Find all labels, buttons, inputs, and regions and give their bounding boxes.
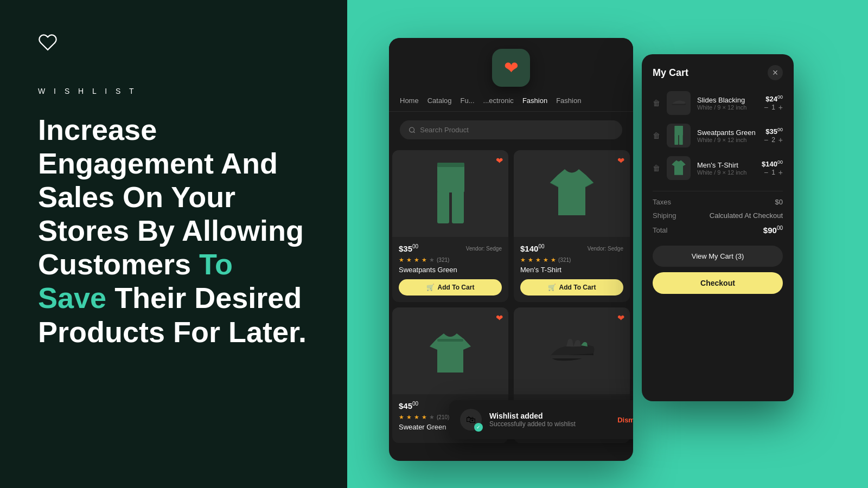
wishlist-heart-sneakers[interactable]: ❤ [617, 313, 624, 323]
cart-item-details-tshirt: Men's T-Shirt White / 9 × 12 inch [697, 161, 755, 176]
cart-close-button[interactable]: × [768, 65, 783, 80]
store-window: ❤ Home Catalog Fu... ...ectronic Fashion… [389, 38, 633, 461]
qty-minus-sweatpants[interactable]: − [764, 136, 768, 144]
wishlist-logo [38, 33, 309, 52]
cart-actions: View My Cart (3) Checkout [653, 246, 783, 294]
price-sweater: $4500 [399, 401, 418, 410]
tshirt-svg [547, 166, 596, 221]
right-panel: ❤ Home Catalog Fu... ...ectronic Fashion… [347, 0, 868, 488]
cart-item-variant-slides: White / 9 × 12 inch [697, 104, 757, 111]
hero-text: Increase Engagement And Sales On Your St… [38, 113, 309, 349]
nav-fu[interactable]: Fu... [461, 97, 475, 105]
svg-rect-1 [437, 163, 464, 192]
view-cart-button[interactable]: View My Cart (3) [653, 246, 783, 267]
total-value: $9000 [763, 225, 783, 235]
left-panel: W I S H L I S T Increase Engagement And … [0, 0, 347, 488]
stars-sweatpants: ★ ★ ★ ★ ★ (321) [399, 256, 502, 264]
nav-home[interactable]: Home [400, 97, 419, 105]
cart-item-variant-sweatpants: White / 9 × 12 inch [697, 137, 757, 143]
cart-item-name-sweatpants: Sweatpants Green [697, 129, 757, 137]
svg-rect-3 [452, 191, 464, 223]
cart-img-sweatpants [667, 124, 691, 147]
trash-tshirt[interactable]: 🗑 [653, 164, 660, 172]
cart-img-tshirt [667, 156, 691, 180]
cart-item-details-sweatpants: Sweatpants Green White / 9 × 12 inch [697, 129, 757, 143]
sneaker-svg [547, 335, 596, 367]
nav-catalog[interactable]: Catalog [427, 97, 452, 105]
search-icon [409, 126, 416, 134]
wishlist-heart-tshirt[interactable]: ❤ [617, 156, 624, 166]
qty-minus-slides[interactable]: − [764, 103, 768, 112]
wishlist-badge: ❤ [492, 49, 530, 87]
qty-plus-tshirt[interactable]: + [778, 168, 783, 177]
cart-item-sweatpants: 🗑 Sweatpants Green White / 9 × 12 inch $… [653, 124, 783, 147]
cart-item-pq-tshirt: $14000 − 1 + [762, 159, 783, 177]
name-tshirt: Men's T-Shirt [520, 266, 623, 274]
price-tshirt: $14000 [520, 243, 545, 253]
taxes-label: Taxes [653, 198, 671, 206]
svg-rect-5 [437, 339, 463, 342]
hero-text-1: Increase Engagement And Sales On Your St… [38, 113, 304, 280]
cart-header: My Cart × [653, 65, 783, 80]
cart-items: 🗑 Slides Blacking White / 9 × 12 inch $2… [653, 91, 783, 180]
cart-item-qty-sweatpants: − 2 + [764, 136, 783, 144]
shipping-label: Shiping [653, 211, 676, 220]
wishlist-heart-sweater[interactable]: ❤ [496, 313, 503, 323]
qty-plus-sweatpants[interactable]: + [778, 136, 783, 144]
svg-rect-6 [550, 355, 593, 358]
add-to-cart-sweatpants[interactable]: 🛒 Add To Cart [399, 279, 502, 296]
nav-electronic[interactable]: ...ectronic [483, 97, 514, 105]
cart-item-details-slides: Slides Blacking White / 9 × 12 inch [697, 96, 757, 111]
cart-item-variant-tshirt: White / 9 × 12 inch [697, 169, 755, 176]
heart-icon [38, 33, 58, 52]
cart-item-qty-slides: − 1 + [764, 103, 783, 112]
toast-dismiss-button[interactable]: Dismiss [617, 416, 633, 424]
wishlist-heart-sweatpants[interactable]: ❤ [496, 156, 503, 166]
add-to-cart-tshirt[interactable]: 🛒 Add To Cart [520, 279, 623, 296]
qty-plus-slides[interactable]: + [778, 103, 783, 112]
cart-title: My Cart [653, 67, 688, 79]
taxes-row: Taxes $0 [653, 198, 783, 206]
nav-fashion2[interactable]: Fashion [556, 97, 581, 105]
cart-item-tshirt: 🗑 Men's T-Shirt White / 9 × 12 inch $140… [653, 156, 783, 180]
svg-rect-2 [437, 191, 449, 223]
shipping-row: Shiping Calculated At Checkout [653, 211, 783, 220]
search-bar[interactable] [400, 120, 622, 139]
trash-sweatpants[interactable]: 🗑 [653, 131, 660, 140]
total-row: Total $9000 [653, 225, 783, 235]
pants-svg [433, 163, 468, 225]
cart-item-price-slides: $2400 [764, 94, 783, 103]
cart-item-pq-slides: $2400 − 1 + [764, 94, 783, 112]
product-img-sweater: ❤ [392, 307, 508, 394]
product-card-tshirt: ❤ $14000 Vendor: Sedge ★ ★ ★ [514, 150, 630, 302]
svg-rect-4 [437, 163, 464, 167]
cart-item-pq-sweatpants: $3500 − 2 + [764, 127, 783, 144]
shipping-value: Calculated At Checkout [710, 211, 783, 220]
trash-slides[interactable]: 🗑 [653, 99, 660, 107]
stars-tshirt: ★ ★ ★ ★ ★ (321) [520, 256, 623, 264]
checkout-button[interactable]: Checkout [653, 272, 783, 294]
svg-rect-8 [674, 126, 683, 135]
wishlist-label: W I S H L I S T [38, 87, 309, 95]
vendor-sweatpants: Vendor: Sedge [466, 246, 502, 252]
cart-panel: My Cart × 🗑 Slides Blacking White / 9 × … [642, 54, 794, 401]
svg-rect-7 [672, 104, 686, 105]
nav-fashion1[interactable]: Fashion [522, 97, 547, 105]
cart-item-name-tshirt: Men's T-Shirt [697, 161, 755, 169]
svg-point-0 [410, 127, 414, 132]
store-search [389, 112, 633, 148]
cart-item-price-tshirt: $14000 [762, 159, 783, 168]
check-badge: ✓ [474, 423, 483, 432]
sweater-svg [429, 328, 472, 374]
cart-totals: Taxes $0 Shiping Calculated At Checkout … [653, 198, 783, 235]
svg-rect-10 [679, 134, 683, 145]
toast-icon: 🛍 ✓ [460, 409, 482, 431]
product-info-tshirt: $14000 Vendor: Sedge ★ ★ ★ ★ ★ (321) Men… [514, 237, 630, 302]
product-img-sweatpants: ❤ [392, 150, 508, 237]
search-input[interactable] [420, 126, 614, 134]
qty-minus-tshirt[interactable]: − [764, 168, 768, 177]
vendor-tshirt: Vendor: Sedge [588, 246, 623, 252]
product-img-sneakers: ❤ [514, 307, 630, 394]
svg-rect-9 [674, 134, 678, 145]
cart-item-price-sweatpants: $3500 [764, 127, 783, 136]
